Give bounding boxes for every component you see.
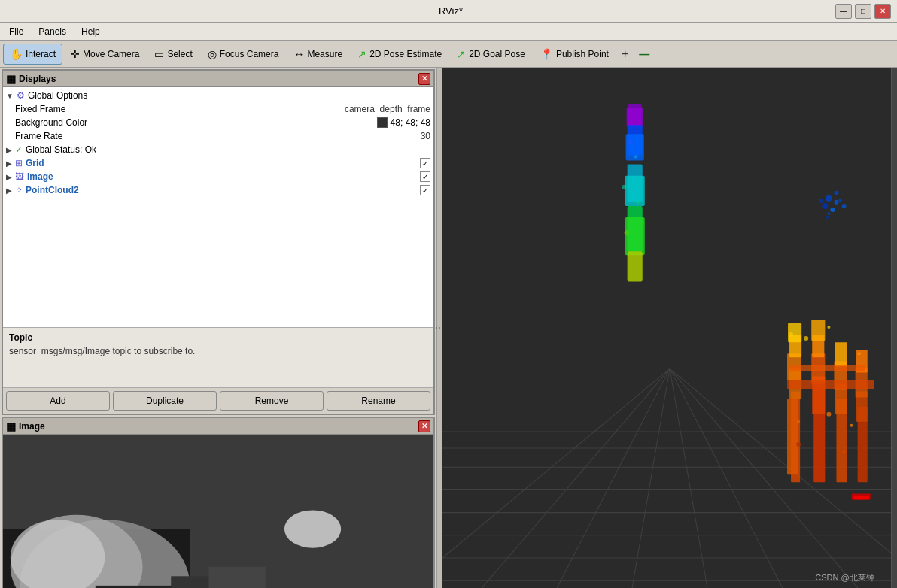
maximize-button[interactable]: □ xyxy=(855,4,871,19)
svg-point-39 xyxy=(634,155,637,158)
interact-label: Interact xyxy=(26,49,56,59)
displays-panel-header: ▦ Displays ✕ xyxy=(3,71,433,87)
topic-title: Topic xyxy=(9,332,427,343)
grid-arrow: ▶ xyxy=(6,159,12,168)
pointcloud-visualization: CSDN @北莱钟 xyxy=(442,68,897,588)
interact-button[interactable]: ✋ Interact xyxy=(3,44,62,65)
svg-point-5 xyxy=(284,510,341,547)
goal-pose-icon: ↗ xyxy=(457,48,466,60)
3d-viewport[interactable]: CSDN @北莱钟 xyxy=(442,68,897,588)
title-bar: RViz* — □ ✕ xyxy=(0,0,897,23)
displays-buttons: Add Duplicate Remove Rename xyxy=(3,387,433,414)
global-status-label: Global Status: Ok xyxy=(26,144,96,155)
global-options-row[interactable]: ▼ ⚙ Global Options xyxy=(3,89,433,102)
main-layout: ▦ Displays ✕ ▼ ⚙ Global Options Fixed Fr… xyxy=(0,68,897,588)
topic-description: sensor_msgs/msg/Image topic to subscribe… xyxy=(9,346,427,356)
svg-rect-54 xyxy=(787,399,798,475)
select-button[interactable]: ▭ Select xyxy=(147,44,199,65)
background-color-row[interactable]: Background Color 48; 48; 48 xyxy=(3,116,433,129)
pointcloud2-label: PointCloud2 xyxy=(26,185,79,195)
goal-pose-button[interactable]: ↗ 2D Goal Pose xyxy=(450,44,532,65)
displays-panel-close[interactable]: ✕ xyxy=(418,73,430,85)
select-icon: ▭ xyxy=(154,48,164,60)
svg-point-43 xyxy=(826,195,832,202)
grid-icon: ⊞ xyxy=(15,158,23,168)
image-panel-close[interactable]: ✕ xyxy=(418,420,430,432)
left-panel: ▦ Displays ✕ ▼ ⚙ Global Options Fixed Fr… xyxy=(0,68,436,588)
move-camera-icon: ✛ xyxy=(71,48,80,60)
svg-point-41 xyxy=(637,201,640,204)
focus-camera-button[interactable]: ◎ Focus Camera xyxy=(201,44,286,65)
image-panel-header: ▦ Image ✕ xyxy=(3,418,433,435)
pointcloud2-row[interactable]: ▶ ⁘ PointCloud2 ✓ xyxy=(3,183,433,197)
measure-button[interactable]: ↔ Measure xyxy=(287,44,349,65)
grid-row[interactable]: ▶ ⊞ Grid ✓ xyxy=(3,156,433,170)
svg-point-49 xyxy=(842,204,847,208)
global-options-arrow: ▼ xyxy=(6,92,14,100)
duplicate-button[interactable]: Duplicate xyxy=(113,391,217,411)
add-button[interactable]: Add xyxy=(6,391,110,411)
rename-button[interactable]: Rename xyxy=(327,391,430,411)
svg-rect-73 xyxy=(789,365,865,371)
measure-label: Measure xyxy=(307,49,342,59)
svg-point-79 xyxy=(797,420,800,423)
add-tool-button[interactable]: + xyxy=(617,45,633,63)
svg-point-52 xyxy=(826,216,829,219)
pose-estimate-icon: ↗ xyxy=(357,48,366,60)
depth-image-canvas xyxy=(3,435,433,588)
fixed-frame-row[interactable]: Fixed Frame camera_depth_frame xyxy=(3,102,433,116)
remove-button[interactable]: Remove xyxy=(220,391,324,411)
svg-point-80 xyxy=(826,412,831,417)
svg-point-84 xyxy=(789,332,793,337)
image-panel: ▦ Image ✕ xyxy=(2,417,435,588)
focus-camera-icon: ◎ xyxy=(208,48,217,60)
remove-tool-button[interactable]: — xyxy=(634,46,654,62)
global-options-label: Global Options xyxy=(28,90,87,101)
frame-rate-row[interactable]: Frame Rate 30 xyxy=(3,129,433,143)
svg-point-38 xyxy=(628,139,633,144)
minimize-button[interactable]: — xyxy=(835,4,852,19)
fixed-frame-value: camera_depth_frame xyxy=(345,104,430,114)
displays-panel-title: Displays xyxy=(19,74,56,84)
viewport-scrollbar[interactable] xyxy=(891,68,897,588)
topic-info: Topic sensor_msgs/msg/Image topic to sub… xyxy=(3,327,433,387)
image-checkbox[interactable]: ✓ xyxy=(420,171,430,182)
image-row[interactable]: ▶ 🖼 Image ✓ xyxy=(3,170,433,183)
fixed-frame-label: Fixed Frame xyxy=(15,104,65,114)
grid-checkbox[interactable]: ✓ xyxy=(420,158,430,168)
pose-estimate-label: 2D Pose Estimate xyxy=(369,49,442,59)
publish-point-button[interactable]: 📍 Publish Point xyxy=(534,44,616,65)
svg-rect-75 xyxy=(854,496,869,499)
pose-estimate-button[interactable]: ↗ 2D Pose Estimate xyxy=(351,44,448,65)
goal-pose-label: 2D Goal Pose xyxy=(469,49,525,59)
close-button[interactable]: ✕ xyxy=(874,4,891,19)
panel-resize-handle[interactable]: ⋮ xyxy=(436,68,442,588)
image-tree-icon: 🖼 xyxy=(15,171,24,182)
svg-point-78 xyxy=(842,450,847,454)
window-title: RViz* xyxy=(66,5,835,17)
svg-point-81 xyxy=(850,424,853,427)
pointcloud2-checkbox[interactable]: ✓ xyxy=(420,185,430,195)
global-status-row[interactable]: ▶ ✓ Global Status: Ok xyxy=(3,143,433,156)
displays-tree: ▼ ⚙ Global Options Fixed Frame camera_de… xyxy=(3,87,433,327)
global-status-arrow: ▶ xyxy=(6,146,12,154)
publish-point-label: Publish Point xyxy=(556,49,609,59)
background-color-value: 48; 48; 48 xyxy=(391,117,430,128)
menu-file[interactable]: File xyxy=(3,25,29,38)
pointcloud2-arrow: ▶ xyxy=(6,186,12,195)
svg-point-48 xyxy=(819,199,823,203)
interact-icon: ✋ xyxy=(10,48,23,60)
move-camera-button[interactable]: ✛ Move Camera xyxy=(64,44,146,65)
svg-rect-34 xyxy=(625,176,645,206)
menu-help[interactable]: Help xyxy=(75,25,106,38)
background-color-swatch xyxy=(377,117,388,128)
frame-rate-value: 30 xyxy=(421,131,430,141)
window-controls[interactable]: — □ ✕ xyxy=(835,4,891,19)
image-arrow: ▶ xyxy=(6,173,12,181)
svg-point-51 xyxy=(834,191,838,195)
menu-panels[interactable]: Panels xyxy=(32,25,72,38)
measure-icon: ↔ xyxy=(293,48,304,60)
image-panel-title: Image xyxy=(19,421,45,432)
svg-point-85 xyxy=(858,352,861,355)
viewport-canvas: CSDN @北莱钟 xyxy=(442,68,897,588)
